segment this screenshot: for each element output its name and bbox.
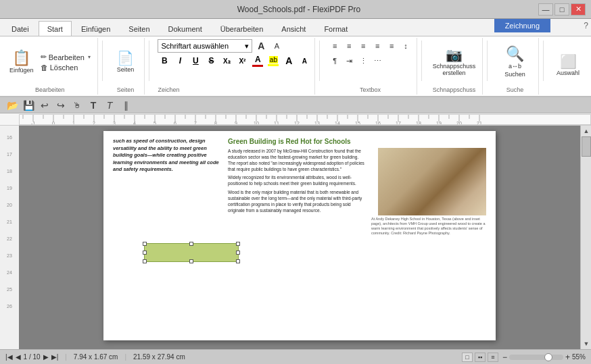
ribbon-group-auswahl: ⬜ Auswahl [548, 38, 588, 95]
first-page-button[interactable]: |◀ [5, 353, 13, 361]
loeschen-button[interactable]: 🗑 Löschen [38, 63, 93, 72]
scroll-track[interactable] [581, 136, 591, 338]
left-column: such as speed of construction, design ve… [113, 138, 221, 236]
svg-text:12: 12 [294, 121, 300, 125]
font-family-combo[interactable]: Schriftart auswählen ▾ [158, 39, 252, 53]
col-layout-button[interactable]: ⋮ [356, 54, 370, 68]
svg-text:16: 16 [7, 135, 12, 140]
textbox-label: Textbox [360, 85, 381, 93]
window-controls[interactable]: — □ ✕ [538, 3, 586, 16]
superscript-button[interactable]: X² [235, 54, 249, 68]
lines-tool[interactable]: ∥ [119, 99, 133, 112]
tab-zeichnung[interactable]: Zeichnung [494, 19, 550, 32]
underline-button[interactable]: U [189, 54, 202, 68]
handle-br[interactable] [236, 259, 240, 263]
zoom-slider[interactable] [509, 355, 563, 360]
tab-seiten[interactable]: Seiten [120, 21, 158, 36]
help-button[interactable]: ? [584, 21, 588, 30]
vertical-ruler: 16 17 18 19 20 21 22 23 24 25 26 [0, 126, 19, 349]
svg-text:8: 8 [214, 121, 217, 125]
seiten-button[interactable]: 📄 Seiten [111, 50, 141, 74]
font-color-button[interactable]: A [251, 54, 264, 68]
line-spacing-button[interactable]: ↕ [399, 39, 412, 53]
scroll-thumb[interactable] [582, 136, 591, 157]
handle-mr[interactable] [236, 251, 240, 255]
bullets-button[interactable]: ≡ [385, 39, 398, 53]
pointer-tool[interactable]: 🖱 [70, 99, 84, 112]
bearbeiten-button[interactable]: ✏ Bearbeiten ▾ [38, 52, 93, 62]
font-size-up-icon[interactable]: A [254, 39, 268, 53]
svg-text:21: 21 [7, 219, 12, 224]
view-single-button[interactable]: □ [462, 353, 473, 362]
combo-arrow: ▾ [245, 42, 249, 51]
zoom-thumb[interactable] [544, 353, 552, 361]
tab-dokument[interactable]: Dokument [160, 21, 211, 36]
handle-ml[interactable] [143, 251, 147, 255]
right-column: Green Building is Red Hot for Schools A … [228, 138, 486, 236]
sep6 [543, 41, 544, 81]
minimize-button[interactable]: — [538, 3, 553, 16]
view-double-button[interactable]: ▪▪ [475, 353, 486, 362]
text-tool2[interactable]: T [103, 99, 116, 112]
align-center-button[interactable]: ≡ [342, 39, 356, 53]
pages-icon: 📄 [117, 51, 134, 65]
highlight-button[interactable]: ab [266, 54, 280, 68]
font-grow-button[interactable]: A [282, 54, 296, 68]
page-content: such as speed of construction, design ve… [113, 138, 486, 236]
dimensions2: 21.59 x 27.94 cm [133, 353, 185, 361]
open-button[interactable]: 📂 [5, 99, 19, 112]
ruler-svg: -1 0 1 2 3 4 5 6 7 8 [20, 115, 590, 125]
tab-einfuegen[interactable]: Einfügen [72, 21, 119, 36]
document-area[interactable]: such as speed of construction, design ve… [19, 126, 580, 349]
close-button[interactable]: ✕ [571, 3, 586, 16]
justify-button[interactable]: ≡ [371, 39, 384, 53]
save-button[interactable]: 💾 [22, 99, 35, 112]
svg-text:13: 13 [314, 121, 320, 125]
font-shrink-button[interactable]: A [298, 54, 311, 68]
bearbeiten-label: Bearbeiten [35, 85, 65, 93]
strikethrough-button[interactable]: S [204, 54, 218, 68]
font-size-down-icon[interactable]: A [270, 39, 283, 53]
tab-format[interactable]: Format [315, 21, 356, 36]
einfuegen-button[interactable]: 📋 Einfügen [7, 49, 37, 75]
article-para2: Widely recognized for its environmental … [228, 174, 367, 186]
subscript-button[interactable]: X₂ [220, 54, 233, 68]
schnappschuss-button[interactable]: 📷 Schnappschusserstellen [430, 47, 479, 78]
selection-area [113, 240, 486, 267]
main-area: 16 17 18 19 20 21 22 23 24 25 26 such as… [0, 126, 591, 349]
maximize-button[interactable]: □ [554, 3, 569, 16]
zoom-out-button[interactable]: − [502, 353, 507, 362]
selected-text-box[interactable] [144, 243, 239, 262]
tab-datei[interactable]: Datei [3, 21, 38, 36]
suchen-button[interactable]: 🔍 a↔b Suchen [500, 45, 530, 79]
tab-start[interactable]: Start [39, 21, 72, 36]
indent-button[interactable]: ⇥ [342, 54, 356, 68]
text-tool[interactable]: T [87, 99, 100, 112]
svg-text:17: 17 [7, 152, 12, 157]
align-left-button[interactable]: ≡ [328, 39, 341, 53]
handle-tc[interactable] [189, 242, 193, 246]
handle-tr[interactable] [236, 242, 240, 246]
next-page-button[interactable]: ▶ [43, 353, 49, 361]
svg-text:9: 9 [235, 121, 237, 125]
auswahl-button[interactable]: ⬜ Auswahl [553, 53, 583, 78]
handle-bc[interactable] [189, 259, 193, 263]
bold-button[interactable]: B [158, 54, 171, 68]
tab-ueberarbeiten[interactable]: Überarbeiten [212, 21, 273, 36]
handle-bl[interactable] [143, 259, 147, 263]
italic-button[interactable]: I [173, 54, 187, 68]
scroll-up-button[interactable]: ▲ [581, 126, 591, 136]
align-right-button[interactable]: ≡ [356, 39, 370, 53]
tab-ansicht[interactable]: Ansicht [273, 21, 314, 36]
redo-button[interactable]: ↪ [54, 99, 68, 112]
prev-page-button[interactable]: ◀ [16, 353, 21, 361]
zoom-in-button[interactable]: + [565, 353, 570, 362]
undo-button[interactable]: ↩ [38, 99, 51, 112]
last-page-button[interactable]: ▶| [51, 353, 59, 361]
view-continuous-button[interactable]: ≡ [488, 353, 498, 362]
ribbon-group-seiten: 📄 Seiten Seiten [107, 38, 145, 95]
handle-tl[interactable] [143, 242, 147, 246]
more-button[interactable]: ⋯ [371, 54, 384, 68]
scroll-down-button[interactable]: ▼ [581, 338, 591, 349]
para-icon2[interactable]: ¶ [328, 54, 341, 68]
